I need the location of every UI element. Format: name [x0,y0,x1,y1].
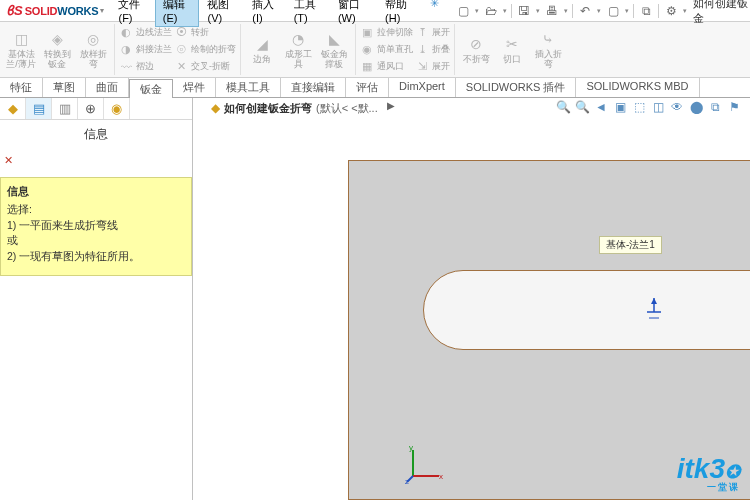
flyout-tree-toggle[interactable]: ▶ [386,100,396,114]
simple-hole-button[interactable]: ◉简单直孔 [360,41,413,57]
menu-help[interactable]: 帮助(H) [377,0,422,27]
open-icon[interactable]: 🗁 [483,3,499,19]
tab-evaluate[interactable]: 评估 [346,78,389,97]
tab-mbd[interactable]: SOLIDWORKS MBD [576,78,699,97]
orientation-triad[interactable]: y x z [405,444,445,484]
hem-icon: 〰 [119,60,133,74]
panel-tabs: ◆ ▤ ▥ ⊕ ◉ [0,98,192,120]
tab-weldment[interactable]: 焊件 [173,78,216,97]
panel-close-icon[interactable]: ✕ [4,154,13,167]
feature-annotation[interactable]: 基体-法兰1 [599,236,662,254]
zoom-fit-icon[interactable]: 🔍 [555,100,571,114]
graphics-viewport[interactable]: ▶ ◆ 如何创建钣金折弯 (默认< <默... 🔍 🔍 ◄ ▣ ⬚ ◫ 👁 ⬤ … [193,98,750,500]
jog-button[interactable]: ⦿转折 [174,24,236,40]
menu-view[interactable]: 视图(V) [199,0,244,27]
menu-bar: ϐS SOLIDWORKS ▾ 文件(F) 编辑(E) 视图(V) 插入(I) … [0,0,750,22]
part-icon: ◆ [211,101,220,115]
corner-icon: ◢ [252,35,272,55]
edit-appearance-icon[interactable]: ⬤ [688,100,704,114]
hem-button[interactable]: 〰褶边 [119,59,172,75]
panel-tab-property[interactable]: ▤ [26,98,52,119]
corner-button[interactable]: ◢边角 [245,24,279,75]
no-bend-button[interactable]: ⊘不折弯 [459,24,493,75]
tab-sketch[interactable]: 草图 [43,78,86,97]
vent-button[interactable]: ▦通风口 [360,59,413,75]
triad-z-label: z [405,477,409,484]
unfold-button[interactable]: ⤒展开 [415,24,450,40]
origin-marker[interactable] [645,298,663,324]
prev-view-icon[interactable]: ◄ [593,100,609,114]
new-icon[interactable]: ▢ [455,3,471,19]
tab-feature[interactable]: 特征 [0,78,43,97]
ribbon-group-cut: ▣拉伸切除 ◉简单直孔 ▦通风口 ⤒展开 ⤓折叠 ⇲展开 [360,24,455,75]
panel-tab-display[interactable]: ◉ [104,98,130,119]
tab-sheetmetal[interactable]: 钣金 [129,79,173,99]
gusset-button[interactable]: ◣钣金角 撑板 [317,24,351,75]
insert-bend-button[interactable]: ⤷插入折 弯 [531,24,565,75]
simple-hole-icon: ◉ [360,42,374,56]
slot-cutout[interactable] [423,270,750,350]
menu-insert[interactable]: 插入(I) [244,0,285,27]
print-icon[interactable]: 🖶 [544,3,560,19]
options-icon[interactable]: ⚙ [663,3,679,19]
form-tool-icon: ◔ [288,30,308,50]
fold-button[interactable]: ⤓折叠 [415,41,450,57]
redo-icon[interactable]: ▢ [605,3,621,19]
menu-file[interactable]: 文件(F) [110,0,154,27]
select-label: 选择: [7,202,185,218]
view-settings-icon[interactable]: ⚑ [726,100,742,114]
triad-y-label: y [409,444,413,452]
tab-dimxpert[interactable]: DimXpert [389,78,456,97]
unfold2-button[interactable]: ⇲展开 [415,59,450,75]
info-message-box: 信息 选择: 1) 一平面来生成折弯线 或 2) 一现有草图为特征所用。 [0,177,192,276]
unfold-icon: ⤒ [415,25,429,39]
extruded-cut-button[interactable]: ▣拉伸切除 [360,24,413,40]
cross-break-button[interactable]: ✕交叉-折断 [174,59,236,75]
hide-show-icon[interactable]: 👁 [669,100,685,114]
miter-flange-button[interactable]: ◑斜接法兰 [119,41,172,57]
model-canvas[interactable]: 基体-法兰1 [193,120,750,500]
doc-name[interactable]: 如何创建钣金折弯 [224,101,312,116]
panel-tab-dimxpert[interactable]: ⊕ [78,98,104,119]
menu-window[interactable]: 窗口(W) [330,0,377,27]
rebuild-icon[interactable]: ⧉ [638,3,654,19]
base-flange-button[interactable]: ◫基体法 兰/薄片 [4,24,38,75]
ribbon: ◫基体法 兰/薄片 ◈转换到 钣金 ◎放样折 弯 ◐边线法兰 ◑斜接法兰 〰褶边… [0,22,750,78]
svg-marker-1 [651,298,657,304]
sketched-bend-button[interactable]: ⦾绘制的折弯 [174,41,236,57]
lofted-bend-button[interactable]: ◎放样折 弯 [76,24,110,75]
ribbon-group-bend: ⊘不折弯 ✂切口 ⤷插入折 弯 [459,24,569,75]
edge-flange-button[interactable]: ◐边线法兰 [119,24,172,40]
ribbon-group-base: ◫基体法 兰/薄片 ◈转换到 钣金 ◎放样折 弯 [4,24,115,75]
ribbon-group-corner: ◢边角 ◔成形工 具 ◣钣金角 撑板 [245,24,356,75]
form-tool-button[interactable]: ◔成形工 具 [281,24,315,75]
no-bend-icon: ⊘ [466,35,486,55]
panel-tab-feature-tree[interactable]: ◆ [0,98,26,119]
menu-search-icon[interactable]: ✳ [422,0,447,27]
apply-scene-icon[interactable]: ⧉ [707,100,723,114]
menu-tools[interactable]: 工具(T) [286,0,330,27]
display-style-icon[interactable]: ◫ [650,100,666,114]
zoom-area-icon[interactable]: 🔍 [574,100,590,114]
view-orient-icon[interactable]: ⬚ [631,100,647,114]
info-header: 信息 [7,184,185,200]
tab-direct[interactable]: 直接编辑 [281,78,346,97]
jog-icon: ⦿ [174,25,188,39]
undo-icon[interactable]: ↶ [577,3,593,19]
logo-dropdown-icon[interactable]: ▾ [100,6,104,15]
section-view-icon[interactable]: ▣ [612,100,628,114]
tab-mold[interactable]: 模具工具 [216,78,281,97]
document-title: 如何创建钣金 [693,0,750,26]
convert-button[interactable]: ◈转换到 钣金 [40,24,74,75]
logo-ds-icon: ϐS [6,3,23,18]
panel-tab-config[interactable]: ▥ [52,98,78,119]
sketched-bend-icon: ⦾ [174,42,188,56]
tab-surface[interactable]: 曲面 [86,78,129,97]
menu-edit[interactable]: 编辑(E) [155,0,200,27]
lofted-icon: ◎ [83,30,103,50]
panel-title: 信息 [0,120,192,149]
command-tabs: 特征 草图 曲面 钣金 焊件 模具工具 直接编辑 评估 DimXpert SOL… [0,78,750,98]
rip-button[interactable]: ✂切口 [495,24,529,75]
tab-plugins[interactable]: SOLIDWORKS 插件 [456,78,577,97]
save-icon[interactable]: 🖫 [516,3,532,19]
